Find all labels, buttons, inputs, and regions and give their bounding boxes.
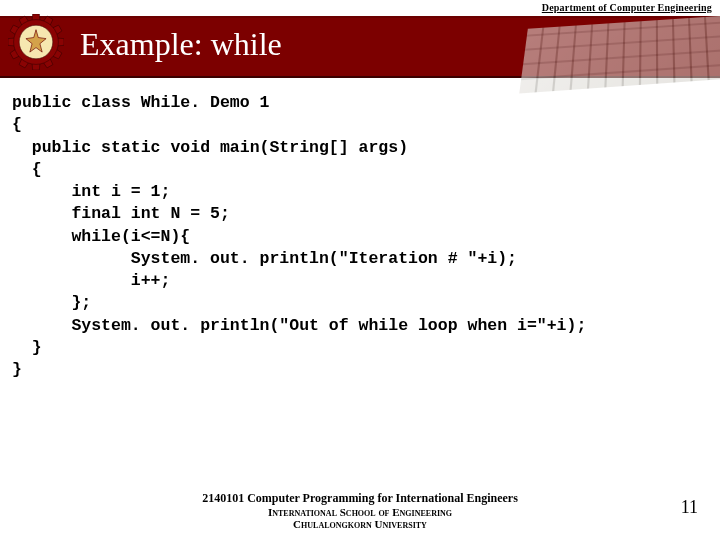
slide-title: Example: while: [80, 26, 282, 63]
page-number: 11: [681, 497, 698, 518]
gear-icon: [8, 14, 64, 70]
footer-university: Chulalongkorn University: [0, 518, 720, 530]
slide-header: Department of Computer Engineering: [0, 0, 720, 78]
code-sample: public class While. Demo 1 { public stat…: [0, 78, 720, 381]
slide-footer: 2140101 Computer Programming for Interna…: [0, 491, 720, 530]
department-label: Department of Computer Engineering: [0, 0, 720, 16]
footer-school: International School of Engineering: [0, 506, 720, 518]
footer-course: 2140101 Computer Programming for Interna…: [0, 491, 720, 506]
